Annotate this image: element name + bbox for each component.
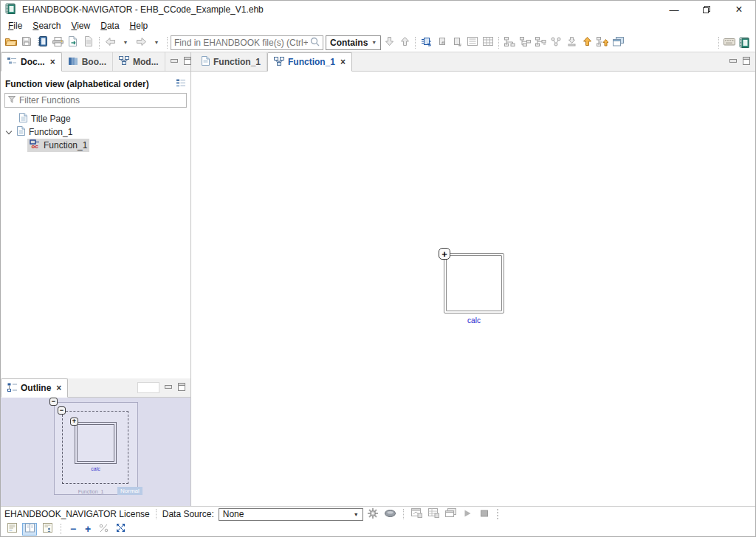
back-history-dropdown[interactable]: ▼ [118, 35, 133, 50]
tab-model-view[interactable]: Mod... [113, 52, 165, 71]
panel-maximize-button[interactable] [177, 383, 186, 393]
view-menu-icon[interactable] [176, 79, 186, 89]
visualization-button[interactable] [383, 508, 397, 521]
percent-icon [99, 524, 109, 535]
folder-open-icon [5, 37, 17, 48]
open-file-button[interactable] [4, 35, 18, 50]
block-arrow-left-icon [436, 36, 447, 49]
left-tabstrip: Doc... × Boo... Mod... [1, 52, 190, 72]
app-logo-icon [5, 3, 17, 17]
app-window: EHANDBOOK-NAVIGATOR - EHB_CCode_Example_… [0, 0, 756, 537]
panel-maximize-button[interactable] [742, 57, 751, 67]
toolbar-drag-handle[interactable] [497, 509, 499, 519]
tab-books-view[interactable]: Boo... [62, 52, 113, 71]
table-view-button[interactable] [481, 35, 495, 50]
book-view-toggle[interactable] [22, 523, 37, 536]
expand-button[interactable]: + [70, 418, 78, 426]
print-button[interactable] [50, 35, 65, 50]
open-copy-view-button[interactable] [611, 35, 625, 50]
calc-block-label: calc [444, 316, 504, 325]
panel-maximize-button[interactable] [183, 57, 192, 67]
function-tree: Title Page Function_1 oc [1, 112, 190, 152]
handbook-info-button[interactable] [35, 35, 49, 50]
panel-minimize-button[interactable] [164, 383, 173, 393]
main-toolbar: ▼ ▼ Contains ▼ [1, 33, 755, 52]
interactive-view-toggle[interactable] [40, 523, 55, 536]
panel-minimize-button[interactable] [729, 57, 738, 67]
table-icon [483, 37, 493, 48]
list-view-button[interactable] [465, 35, 480, 50]
collapse-subtree-button[interactable] [502, 35, 517, 50]
tree-item-function-1[interactable]: Function_1 [1, 125, 190, 139]
caret-down-icon: ▼ [354, 512, 359, 517]
arrow-forward-icon [136, 37, 147, 49]
collapse-button[interactable]: − [58, 406, 66, 415]
expand-subtree-button[interactable] [518, 35, 532, 50]
find-previous-button[interactable] [397, 35, 412, 50]
forward-history-dropdown[interactable]: ▼ [149, 35, 164, 50]
match-mode-label: Contains [330, 38, 368, 48]
start-measurement-button[interactable] [461, 508, 475, 521]
forward-button[interactable] [134, 35, 148, 50]
editor-tab-function-1-document[interactable]: Function_1 [196, 52, 267, 71]
show-in-model-view-button[interactable] [419, 35, 433, 50]
close-icon[interactable]: × [340, 57, 346, 67]
tree-item-title-page[interactable]: Title Page [1, 112, 190, 125]
menu-file[interactable]: File [3, 21, 27, 31]
diagram-canvas[interactable]: + calc [191, 72, 755, 506]
window-minimize-button[interactable]: — [658, 1, 690, 18]
match-mode-dropdown[interactable]: Contains ▼ [326, 35, 381, 50]
svg-text:oc: oc [32, 143, 39, 149]
zoom-in-button[interactable]: + [82, 523, 94, 535]
fit-view-button[interactable] [114, 523, 128, 536]
experiment-window-button[interactable] [444, 508, 458, 521]
zoom-100-button[interactable] [97, 523, 111, 536]
back-button[interactable] [103, 35, 117, 50]
chevron-down-icon[interactable] [6, 128, 12, 134]
goto-caller-button[interactable] [434, 35, 449, 50]
goto-callee-button[interactable] [450, 35, 464, 50]
close-icon[interactable]: × [56, 383, 61, 393]
menu-data[interactable]: Data [95, 21, 124, 31]
close-icon[interactable]: × [50, 57, 55, 67]
show-connections-button[interactable] [549, 35, 563, 50]
show-parent-hierarchy-button[interactable] [595, 35, 610, 50]
menu-view[interactable]: View [66, 21, 95, 31]
tree-item-function-1-diagram[interactable]: oc Function_1 [1, 139, 190, 152]
calibration-window-button[interactable] [410, 508, 424, 521]
tab-outline[interactable]: Outline × [1, 378, 68, 398]
shortcuts-button[interactable] [722, 35, 737, 50]
export-button[interactable] [66, 35, 80, 50]
collapse-button[interactable]: − [49, 398, 58, 406]
save-button[interactable] [19, 35, 34, 50]
find-next-button[interactable] [382, 35, 396, 50]
text-view-toggle[interactable] [4, 523, 19, 536]
window-restore-button[interactable] [690, 1, 723, 18]
filter-field [4, 93, 187, 108]
model-icon [274, 57, 284, 68]
data-source-settings-button[interactable] [366, 508, 380, 521]
menu-help[interactable]: Help [125, 21, 154, 31]
editor-tab-function-1-diagram[interactable]: Function_1 × [267, 52, 352, 72]
menu-search[interactable]: Search [27, 21, 66, 31]
filter-functions-input[interactable] [19, 95, 183, 105]
measure-grid-button[interactable] [427, 508, 441, 521]
window-close-button[interactable]: × [723, 1, 755, 18]
pdf-export-button[interactable] [81, 35, 96, 50]
stop-measurement-button[interactable] [478, 508, 492, 521]
expand-all-button[interactable] [533, 35, 548, 50]
windows-stack-icon [445, 508, 456, 520]
outline-thumbnail-canvas[interactable]: − − + calc Function_1 Normal [1, 398, 190, 506]
zoom-out-button[interactable]: − [67, 523, 79, 535]
find-input[interactable] [174, 38, 308, 48]
panel-minimize-button[interactable] [170, 57, 179, 67]
statusbar-separator [403, 509, 404, 519]
tab-document-view[interactable]: Doc... × [1, 52, 62, 72]
expand-block-button[interactable]: + [439, 248, 450, 260]
data-source-dropdown[interactable]: None ▼ [219, 508, 363, 521]
drill-down-button[interactable] [564, 35, 579, 50]
outline-calc-label: calc [75, 466, 117, 471]
calc-block[interactable] [444, 253, 504, 313]
find-field [171, 35, 323, 50]
navigate-up-button[interactable] [580, 35, 594, 50]
